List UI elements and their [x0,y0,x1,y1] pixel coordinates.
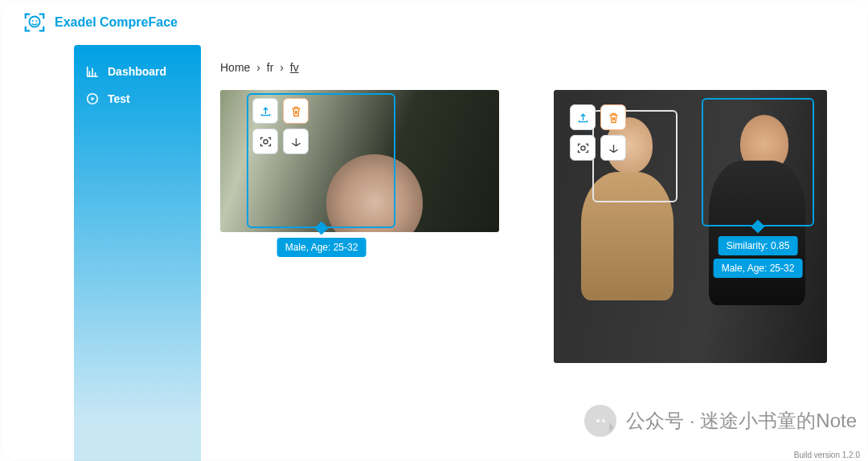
logo-icon [23,10,47,35]
sidebar-item-dashboard[interactable]: Dashboard [74,58,201,85]
sidebar-item-label: Dashboard [108,65,166,78]
bar-chart-icon [85,64,100,79]
breadcrumb-fv[interactable]: fv [290,61,299,74]
app-title: Exadel CompreFace [55,15,178,30]
breadcrumb-separator: › [280,61,284,74]
axes-button[interactable] [600,135,626,161]
axes-button[interactable] [283,129,309,154]
svg-point-5 [580,145,584,149]
upload-button[interactable] [252,98,278,124]
face-scan-button[interactable] [570,135,596,161]
panel-source-image: Male, Age: 25-32 [220,90,499,232]
breadcrumb: Home › fr › fv [220,61,845,74]
delete-button[interactable] [600,104,626,130]
sidebar: Dashboard Test [74,45,201,461]
breadcrumb-home[interactable]: Home [220,61,250,74]
breadcrumb-separator: › [256,61,260,74]
sidebar-item-label: Test [108,92,130,105]
app-header: Exadel CompreFace [0,0,868,45]
breadcrumb-fr[interactable]: fr [267,61,274,74]
main-area: Home › fr › fv [201,45,868,461]
svg-point-1 [32,20,34,22]
face-scan-button[interactable] [252,129,278,154]
face-label-demographics: Male, Age: 25-32 [277,238,366,257]
delete-button[interactable] [283,98,309,124]
svg-point-2 [35,20,37,22]
play-circle-icon [85,92,100,106]
svg-point-4 [263,139,267,143]
upload-button[interactable] [570,104,596,130]
panel-compare-image: Similarity: 0.85 Male, Age: 25-32 [554,90,827,363]
build-version: Build version 1.2.0 [794,451,860,459]
sidebar-item-test[interactable]: Test [74,85,201,112]
svg-point-0 [29,17,39,27]
image-toolbox [252,98,309,154]
image-toolbox [570,104,626,161]
